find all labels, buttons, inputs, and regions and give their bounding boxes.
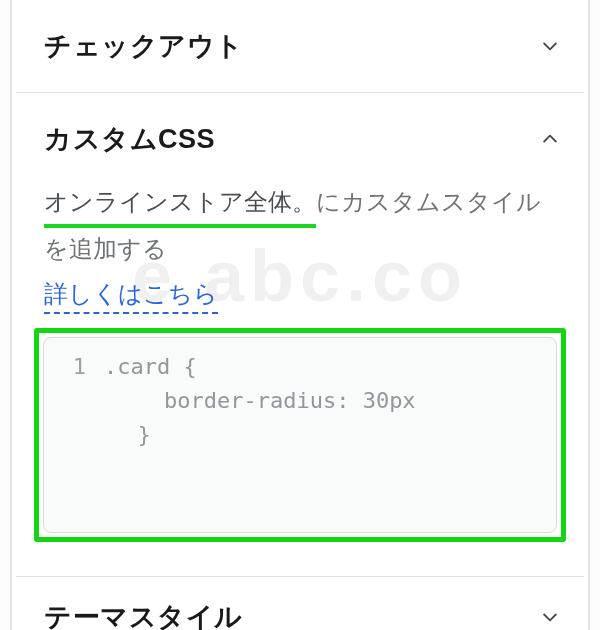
- desc-part1: にカスタムスタイル: [316, 188, 541, 215]
- chevron-up-icon: [540, 129, 560, 149]
- desc-underlined: オンラインストア全体。: [44, 181, 316, 228]
- settings-panel: チェックアウト カスタムCSS オンラインストア全体。にカスタムスタイル を追加…: [10, 0, 590, 630]
- section-theme-style-title: テーマスタイル: [44, 599, 243, 630]
- learn-more-link[interactable]: 詳しくはこちら: [44, 276, 218, 314]
- section-checkout[interactable]: チェックアウト: [16, 0, 584, 92]
- code-highlight-box: 1.card { border-radius: 30px }: [34, 328, 566, 542]
- css-code-editor[interactable]: 1.card { border-radius: 30px }: [43, 337, 557, 533]
- desc-part2: を追加する: [44, 235, 167, 262]
- chevron-down-icon: [540, 36, 560, 56]
- code-line-number: 1: [58, 350, 86, 384]
- section-custom-css-title: カスタムCSS: [44, 121, 215, 157]
- chevron-down-icon: [540, 607, 560, 627]
- section-custom-css[interactable]: カスタムCSS: [16, 93, 584, 185]
- code-content: .card { border-radius: 30px }: [58, 354, 416, 447]
- custom-css-description: オンラインストア全体。にカスタムスタイル を追加する: [16, 181, 584, 270]
- section-theme-style[interactable]: テーマスタイル: [16, 577, 584, 630]
- section-checkout-title: チェックアウト: [44, 28, 244, 64]
